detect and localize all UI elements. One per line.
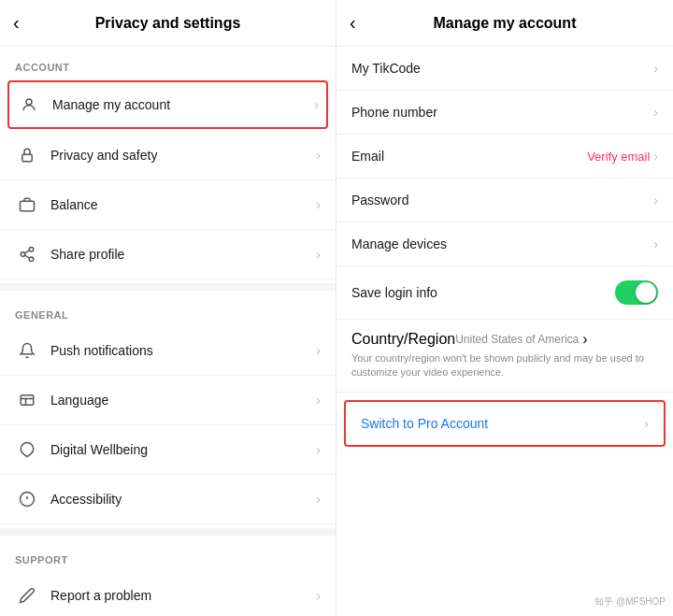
menu-item-manage-account[interactable]: Manage my account ›	[7, 80, 328, 129]
left-panel: ‹ Privacy and settings ACCOUNT Manage my…	[0, 0, 336, 616]
manage-account-chevron: ›	[314, 97, 319, 112]
divider-account-general	[0, 283, 336, 291]
language-chevron: ›	[316, 393, 321, 408]
right-panel: ‹ Manage my account My TikCode › Phone n…	[336, 0, 673, 616]
support-section-label: SUPPORT	[0, 539, 336, 571]
manage-account-label: Manage my account	[52, 97, 314, 112]
phone-number-label: Phone number	[351, 105, 653, 120]
menu-item-digital-wellbeing[interactable]: Digital Wellbeing ›	[0, 425, 336, 475]
svg-point-4	[21, 252, 25, 257]
right-item-password[interactable]: Password ›	[336, 179, 673, 222]
language-icon	[15, 388, 39, 412]
right-item-save-login[interactable]: Save login info	[336, 266, 673, 320]
menu-item-push-notifications[interactable]: Push notifications ›	[0, 326, 336, 376]
password-label: Password	[351, 193, 653, 208]
menu-item-balance[interactable]: Balance ›	[0, 180, 336, 230]
svg-rect-2	[21, 201, 35, 211]
svg-point-5	[29, 257, 34, 262]
manage-account-icon	[17, 93, 41, 117]
right-item-tik-code[interactable]: My TikCode ›	[336, 47, 673, 91]
digital-wellbeing-icon	[15, 437, 39, 462]
password-chevron: ›	[653, 193, 658, 208]
privacy-safety-icon	[15, 143, 39, 167]
right-item-country-region[interactable]: Country/Region United States of America …	[336, 320, 673, 393]
privacy-safety-label: Privacy and safety	[50, 148, 316, 163]
share-profile-icon	[15, 242, 39, 266]
report-problem-chevron: ›	[316, 588, 321, 603]
country-region-description: Your country/region won't be shown publi…	[351, 351, 658, 380]
tik-code-label: My TikCode	[351, 61, 653, 76]
accessibility-chevron: ›	[316, 492, 321, 507]
manage-devices-chevron: ›	[653, 236, 658, 251]
right-item-email[interactable]: Email Verify email ›	[336, 135, 673, 179]
save-login-label: Save login info	[351, 285, 615, 300]
left-header: ‹ Privacy and settings	[0, 0, 336, 47]
right-panel-title: Manage my account	[434, 15, 577, 32]
manage-devices-label: Manage devices	[351, 236, 653, 251]
push-notifications-icon	[15, 338, 39, 363]
report-problem-icon	[15, 583, 39, 608]
left-back-button[interactable]: ‹	[13, 12, 20, 34]
digital-wellbeing-label: Digital Wellbeing	[50, 442, 316, 457]
right-item-manage-devices[interactable]: Manage devices ›	[336, 222, 673, 266]
menu-item-share-profile[interactable]: Share profile ›	[0, 230, 336, 279]
account-section-label: ACCOUNT	[0, 47, 336, 79]
svg-rect-8	[21, 395, 34, 406]
language-label: Language	[50, 393, 316, 408]
accessibility-icon	[15, 487, 39, 511]
switch-pro-label: Switch to Pro Account	[361, 416, 644, 431]
email-label: Email	[351, 149, 587, 164]
push-notifications-chevron: ›	[316, 343, 321, 358]
left-panel-content: ACCOUNT Manage my account › Privacy and …	[0, 47, 336, 616]
country-top-row: Country/Region United States of America …	[351, 331, 658, 348]
right-panel-content: My TikCode › Phone number › Email Verify…	[336, 47, 673, 616]
email-value: Verify email	[587, 150, 650, 164]
svg-line-7	[24, 251, 29, 253]
country-region-value: United States of America	[455, 333, 579, 346]
svg-point-0	[26, 99, 32, 105]
left-panel-title: Privacy and settings	[95, 15, 241, 32]
right-item-phone-number[interactable]: Phone number ›	[336, 91, 673, 135]
menu-item-privacy-safety[interactable]: Privacy and safety ›	[0, 131, 336, 180]
accessibility-label: Accessibility	[50, 492, 316, 507]
menu-item-report-problem[interactable]: Report a problem ›	[0, 571, 336, 616]
right-back-button[interactable]: ‹	[350, 12, 356, 34]
svg-rect-1	[22, 154, 33, 162]
country-region-chevron: ›	[582, 331, 587, 348]
tik-code-chevron: ›	[653, 61, 658, 76]
menu-item-accessibility[interactable]: Accessibility ›	[0, 475, 336, 524]
balance-chevron: ›	[316, 197, 321, 212]
svg-point-3	[29, 248, 34, 252]
phone-number-chevron: ›	[653, 105, 658, 120]
right-header: ‹ Manage my account	[336, 0, 673, 47]
save-login-toggle[interactable]	[615, 280, 658, 305]
menu-item-language[interactable]: Language ›	[0, 376, 336, 425]
report-problem-label: Report a problem	[50, 588, 316, 603]
general-section-label: GENERAL	[0, 294, 336, 326]
privacy-safety-chevron: ›	[316, 148, 321, 163]
divider-general-support	[0, 528, 336, 536]
svg-line-6	[24, 255, 29, 258]
share-profile-chevron: ›	[316, 247, 321, 262]
push-notifications-label: Push notifications	[50, 343, 316, 358]
country-region-label: Country/Region	[351, 331, 455, 348]
switch-pro-chevron: ›	[644, 416, 649, 431]
balance-icon	[15, 193, 39, 217]
share-profile-label: Share profile	[50, 247, 316, 262]
email-chevron: ›	[653, 149, 658, 164]
balance-label: Balance	[50, 197, 316, 212]
watermark: 知乎 @MFSHOP	[594, 595, 666, 609]
right-item-switch-pro[interactable]: Switch to Pro Account ›	[344, 400, 666, 447]
digital-wellbeing-chevron: ›	[316, 442, 321, 457]
